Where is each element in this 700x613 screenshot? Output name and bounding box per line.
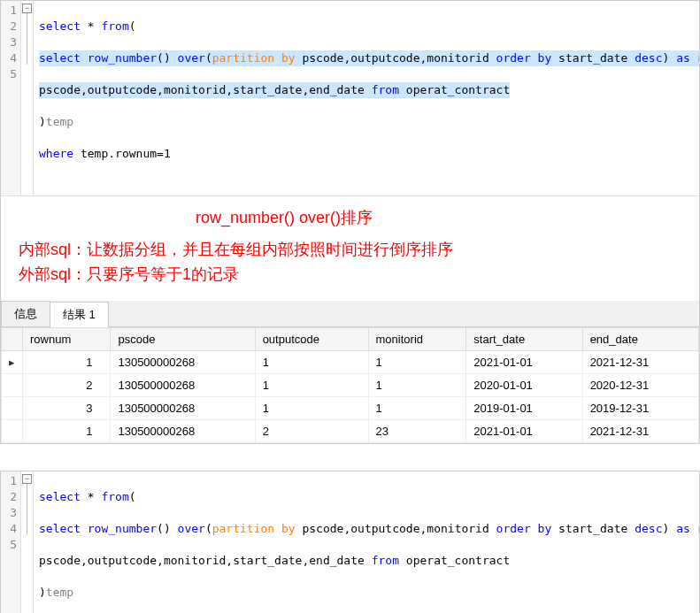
kw-over: over xyxy=(178,522,205,535)
cell-outputcode[interactable]: 1 xyxy=(255,351,368,374)
code-text: ( xyxy=(129,490,136,503)
cell-rownum[interactable]: 1 xyxy=(23,420,111,443)
code-text: () xyxy=(157,51,177,65)
code-text: operat_contract xyxy=(399,554,510,567)
table-row[interactable]: 3130500000268112019-01-012019-12-31 xyxy=(2,397,699,420)
line-number: 1 xyxy=(1,473,20,489)
tab-result-1[interactable]: 结果 1 xyxy=(50,302,109,327)
code-content[interactable]: select * from( select row_number() over(… xyxy=(34,471,699,613)
cell-pscode[interactable]: 130500000268 xyxy=(111,397,255,420)
cell-monitorid[interactable]: 23 xyxy=(368,420,466,443)
code-text: ( xyxy=(129,19,136,33)
cell-pscode[interactable]: 130500000268 xyxy=(111,420,255,443)
line-number: 5 xyxy=(1,537,20,553)
line-number: 4 xyxy=(1,50,20,66)
code-text: ) xyxy=(39,115,46,128)
code-text xyxy=(81,522,88,535)
alias-temp: temp xyxy=(46,115,73,128)
row-indicator xyxy=(2,420,23,443)
col-monitorid[interactable]: monitorid xyxy=(368,328,466,351)
cell-end_date[interactable]: 2020-12-31 xyxy=(582,374,698,397)
cell-start_date[interactable]: 2021-01-01 xyxy=(466,351,582,374)
sql-panel-2: 1 2 3 4 5 − select * from( select row_nu… xyxy=(0,471,700,613)
cell-end_date[interactable]: 2019-12-31 xyxy=(582,397,698,420)
line-number: 1 xyxy=(1,3,20,19)
cell-monitorid[interactable]: 1 xyxy=(368,374,466,397)
code-content[interactable]: select * from( select row_number() over(… xyxy=(34,1,699,195)
kw-from: from xyxy=(372,554,399,567)
code-text: rownum, xyxy=(690,51,699,65)
code-text: operat_contract xyxy=(399,83,510,96)
line-number: 3 xyxy=(1,34,20,50)
kw-where: where xyxy=(39,147,73,160)
code-text: ) xyxy=(662,51,676,65)
row-indicator xyxy=(2,374,23,397)
line-number: 2 xyxy=(1,19,20,34)
cell-outputcode[interactable]: 2 xyxy=(255,420,368,443)
kw-select: select xyxy=(39,490,81,503)
kw-from: from xyxy=(101,19,128,33)
col-rownum[interactable]: rownum xyxy=(23,328,111,351)
fold-column: − xyxy=(21,471,34,613)
col-end-date[interactable]: end_date xyxy=(582,328,698,351)
cell-end_date[interactable]: 2021-12-31 xyxy=(582,351,698,374)
cell-start_date[interactable]: 2019-01-01 xyxy=(466,397,582,420)
code-text: pscode,outputcode,monitorid xyxy=(296,522,496,535)
row-indicator xyxy=(2,397,23,420)
code-text: () xyxy=(157,522,177,535)
cell-pscode[interactable]: 130500000268 xyxy=(111,351,255,374)
line-number: 5 xyxy=(1,66,20,82)
cell-start_date[interactable]: 2021-01-01 xyxy=(466,420,582,443)
cell-rownum[interactable]: 3 xyxy=(23,397,111,420)
code-text: start_date xyxy=(551,51,635,65)
code-text: ( xyxy=(205,522,212,535)
kw-desc: desc xyxy=(635,522,662,535)
kw-select: select xyxy=(39,19,81,33)
cell-monitorid[interactable]: 1 xyxy=(368,351,466,374)
cell-rownum[interactable]: 2 xyxy=(23,374,111,397)
annotation-title: row_number() over()排序 xyxy=(196,205,681,230)
col-start-date[interactable]: start_date xyxy=(466,328,582,351)
code-text: pscode,outputcode,monitorid,start_date,e… xyxy=(39,554,372,567)
code-editor-1[interactable]: 1 2 3 4 5 − select * from( select row_nu… xyxy=(1,1,699,196)
fold-toggle-icon[interactable]: − xyxy=(22,4,32,13)
fold-toggle-icon[interactable]: − xyxy=(22,474,32,484)
kw-select: select xyxy=(39,522,81,535)
tab-info[interactable]: 信息 xyxy=(1,301,50,326)
result-tabs: 信息 结果 1 xyxy=(1,301,699,327)
table-row[interactable]: ▸1130500000268112021-01-012021-12-31 xyxy=(2,351,699,374)
code-text xyxy=(81,51,88,65)
cell-start_date[interactable]: 2020-01-01 xyxy=(466,374,582,397)
code-text: ( xyxy=(205,51,212,65)
row-indicator: ▸ xyxy=(2,351,23,374)
cell-pscode[interactable]: 130500000268 xyxy=(111,374,255,397)
grid-header-row: rownum pscode outputcode monitorid start… xyxy=(2,328,699,351)
code-text: * xyxy=(81,490,101,503)
line-number: 4 xyxy=(1,521,20,537)
kw-over: over xyxy=(178,51,205,65)
kw-partition-by: partition by xyxy=(212,522,296,535)
annotation-outer: 外部sql：只要序号等于1的记录 xyxy=(19,262,681,287)
col-outputcode[interactable]: outputcode xyxy=(255,328,368,351)
kw-from: from xyxy=(101,490,128,503)
cell-outputcode[interactable]: 1 xyxy=(255,397,368,420)
code-text: ) xyxy=(39,586,46,599)
kw-select: select xyxy=(39,51,81,65)
code-text: start_date xyxy=(551,522,635,535)
cell-rownum[interactable]: 1 xyxy=(23,351,111,374)
fold-line xyxy=(27,484,27,535)
fn-row-number: row_number xyxy=(88,51,157,65)
alias-temp: temp xyxy=(46,586,73,599)
kw-from: from xyxy=(372,83,399,96)
cell-end_date[interactable]: 2021-12-31 xyxy=(582,420,698,443)
result-grid-1[interactable]: rownum pscode outputcode monitorid start… xyxy=(1,327,699,443)
code-editor-2[interactable]: 1 2 3 4 5 − select * from( select row_nu… xyxy=(1,471,699,613)
table-row[interactable]: 11305000002682232021-01-012021-12-31 xyxy=(2,420,699,443)
cell-monitorid[interactable]: 1 xyxy=(368,397,466,420)
cell-outputcode[interactable]: 1 xyxy=(255,374,368,397)
table-row[interactable]: 2130500000268112020-01-012020-12-31 xyxy=(2,374,699,397)
col-pscode[interactable]: pscode xyxy=(111,328,255,351)
annotation-inner: 内部sql：让数据分组，并且在每组内部按照时间进行倒序排序 xyxy=(19,237,681,262)
kw-order-by: order by xyxy=(496,522,552,535)
code-text: pscode,outputcode,monitorid xyxy=(296,51,496,65)
